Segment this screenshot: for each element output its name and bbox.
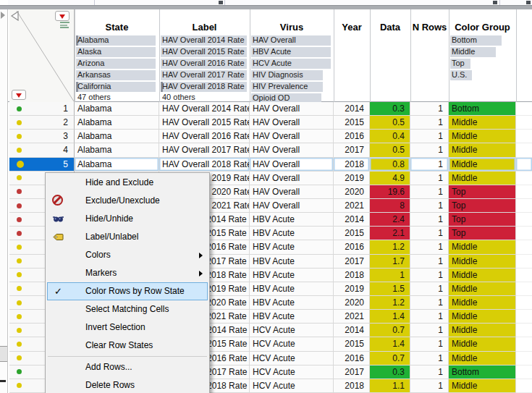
virus-cell[interactable]: HBV Acute bbox=[250, 269, 334, 282]
virus-cell[interactable]: HBV Acute bbox=[250, 282, 334, 296]
virus-cell[interactable]: HAV Overall bbox=[250, 172, 334, 185]
filter-item[interactable]: California bbox=[75, 81, 159, 93]
n-rows-cell[interactable]: 1 bbox=[410, 130, 449, 143]
n-rows-cell[interactable]: 1 bbox=[410, 296, 449, 310]
menu-item-hide-unhide[interactable]: Hide/Unhide bbox=[46, 210, 209, 228]
menu-item-select-matching-cells[interactable]: Select Matching Cells bbox=[46, 300, 209, 318]
data-cell[interactable]: 1.1 bbox=[370, 379, 410, 393]
color-group-cell[interactable]: Bottom bbox=[449, 365, 516, 379]
color-group-cell[interactable]: Middle bbox=[449, 352, 516, 365]
n-rows-cell[interactable]: 1 bbox=[410, 379, 449, 393]
filter-item[interactable]: HBV Acute bbox=[250, 46, 334, 58]
n-rows-cell[interactable]: 1 bbox=[410, 310, 449, 324]
year-cell[interactable]: 2015 bbox=[334, 116, 370, 130]
n-rows-cell[interactable]: 1 bbox=[410, 240, 449, 254]
data-cell[interactable]: 0.4 bbox=[370, 130, 410, 143]
filter-item[interactable]: Alabama bbox=[75, 35, 159, 46]
year-cell[interactable]: 2017 bbox=[334, 143, 370, 157]
year-cell[interactable]: 2014 bbox=[334, 324, 370, 337]
table-row[interactable]: 2AlabamaHAV Overall 2015 RateHAV Overall… bbox=[9, 116, 532, 130]
color-group-cell[interactable]: Bottom bbox=[449, 102, 516, 116]
columns-red-triangle-menu-button[interactable] bbox=[55, 11, 69, 21]
row-state-dot-icon[interactable] bbox=[17, 258, 22, 263]
column-header-group[interactable]: Color Group bbox=[449, 9, 516, 34]
filter-item[interactable]: Arkansas bbox=[75, 69, 159, 81]
data-cell[interactable]: 0.5 bbox=[370, 116, 410, 130]
filter-item[interactable]: HAV Overall 2017 Rate bbox=[159, 69, 250, 81]
color-group-cell[interactable]: Middle bbox=[449, 337, 516, 351]
data-cell[interactable]: 0.7 bbox=[370, 352, 410, 365]
row-state-dot-icon[interactable] bbox=[17, 161, 24, 168]
year-cell[interactable]: 2017 bbox=[334, 255, 370, 269]
state-cell[interactable]: Alabama bbox=[75, 143, 159, 157]
year-cell[interactable]: 2020 bbox=[334, 296, 370, 310]
label-cell[interactable]: HAV Overall 2016 Rate bbox=[159, 130, 250, 143]
virus-cell[interactable]: HCV Acute bbox=[250, 365, 334, 379]
filter-item[interactable]: Middle bbox=[449, 46, 516, 58]
menu-item-hide-and-exclude[interactable]: Hide and Exclude bbox=[46, 174, 209, 192]
row-state-dot-icon[interactable] bbox=[17, 328, 22, 333]
row-state-dot-icon[interactable] bbox=[17, 342, 22, 347]
year-cell[interactable]: 2016 bbox=[334, 130, 370, 143]
color-group-cell[interactable]: Top bbox=[449, 185, 516, 199]
filter-item[interactable]: Bottom bbox=[449, 35, 516, 46]
filter-item[interactable]: HIV Diagnosis bbox=[250, 69, 334, 81]
year-cell[interactable]: 2021 bbox=[334, 310, 370, 324]
filter-item[interactable]: HAV Overall bbox=[250, 35, 334, 46]
year-cell[interactable]: 2020 bbox=[334, 185, 370, 199]
column-header-label[interactable]: Label bbox=[159, 9, 250, 34]
data-cell[interactable]: 1.5 bbox=[370, 282, 410, 296]
virus-cell[interactable]: HCV Acute bbox=[250, 324, 334, 337]
n-rows-cell[interactable]: 1 bbox=[410, 213, 449, 227]
menu-item-label-unlabel[interactable]: Label/Unlabel bbox=[46, 228, 209, 246]
menu-item-colors[interactable]: Colors bbox=[46, 246, 209, 264]
virus-cell[interactable]: HAV Overall bbox=[250, 130, 334, 143]
row-state-dot-icon[interactable] bbox=[17, 189, 22, 194]
column-header-n_rows[interactable]: N Rows bbox=[410, 9, 449, 34]
filter-item[interactable]: HAV Overall 2015 Rate bbox=[159, 46, 250, 58]
color-group-cell[interactable]: Middle bbox=[449, 324, 516, 337]
label-cell[interactable]: HAV Overall 2015 Rate bbox=[159, 116, 250, 130]
n-rows-cell[interactable]: 1 bbox=[410, 158, 449, 172]
data-cell[interactable]: 0.3 bbox=[370, 365, 410, 379]
data-cell[interactable]: 1.7 bbox=[370, 255, 410, 269]
data-cell[interactable]: 0.5 bbox=[370, 143, 410, 157]
filter-item[interactable]: U.S. bbox=[449, 69, 516, 81]
year-cell[interactable]: 2016 bbox=[334, 352, 370, 365]
color-group-cell[interactable]: Middle bbox=[449, 240, 516, 254]
menu-item-invert-selection[interactable]: Invert Selection bbox=[46, 318, 209, 337]
n-rows-cell[interactable]: 1 bbox=[410, 324, 449, 337]
label-cell[interactable]: HAV Overall 2017 Rate bbox=[159, 143, 250, 157]
year-cell[interactable]: 2015 bbox=[334, 337, 370, 351]
virus-cell[interactable]: HAV Overall bbox=[250, 199, 334, 213]
year-cell[interactable]: 2018 bbox=[334, 379, 370, 393]
color-group-cell[interactable]: Middle bbox=[449, 282, 516, 296]
virus-cell[interactable]: HBV Acute bbox=[250, 310, 334, 324]
data-cell[interactable]: 1.2 bbox=[370, 296, 410, 310]
n-rows-cell[interactable]: 1 bbox=[410, 337, 449, 351]
filter-item[interactable]: HAV Overall 2014 Rate bbox=[159, 35, 250, 46]
state-cell[interactable]: Alabama bbox=[75, 158, 159, 172]
row-number-cell[interactable]: 4 bbox=[9, 143, 75, 157]
panel-splitter-notch[interactable] bbox=[0, 346, 7, 362]
n-rows-cell[interactable]: 1 bbox=[410, 227, 449, 240]
n-rows-cell[interactable]: 1 bbox=[410, 116, 449, 130]
row-number-cell[interactable]: 2 bbox=[9, 116, 75, 130]
row-state-dot-icon[interactable] bbox=[17, 217, 22, 222]
row-state-dot-icon[interactable] bbox=[17, 383, 22, 388]
table-row[interactable]: 1AlabamaHAV Overall 2014 RateHAV Overall… bbox=[9, 102, 532, 116]
menu-item-markers[interactable]: Markers bbox=[46, 264, 209, 282]
table-row[interactable]: 5AlabamaHAV Overall 2018 RateHAV Overall… bbox=[9, 158, 532, 172]
state-cell[interactable]: Alabama bbox=[75, 116, 159, 130]
table-row[interactable]: 4AlabamaHAV Overall 2017 RateHAV Overall… bbox=[9, 143, 532, 157]
n-rows-cell[interactable]: 1 bbox=[410, 269, 449, 282]
row-state-dot-icon[interactable] bbox=[17, 231, 22, 236]
virus-cell[interactable]: HBV Acute bbox=[250, 213, 334, 227]
color-group-cell[interactable]: Middle bbox=[449, 269, 516, 282]
n-rows-cell[interactable]: 1 bbox=[410, 352, 449, 365]
data-cell[interactable]: 0.3 bbox=[370, 102, 410, 116]
year-cell[interactable]: 2014 bbox=[334, 102, 370, 116]
data-cell[interactable]: 2.4 bbox=[370, 213, 410, 227]
color-group-cell[interactable]: Middle bbox=[449, 143, 516, 157]
filter-item[interactable]: Top bbox=[449, 58, 516, 69]
